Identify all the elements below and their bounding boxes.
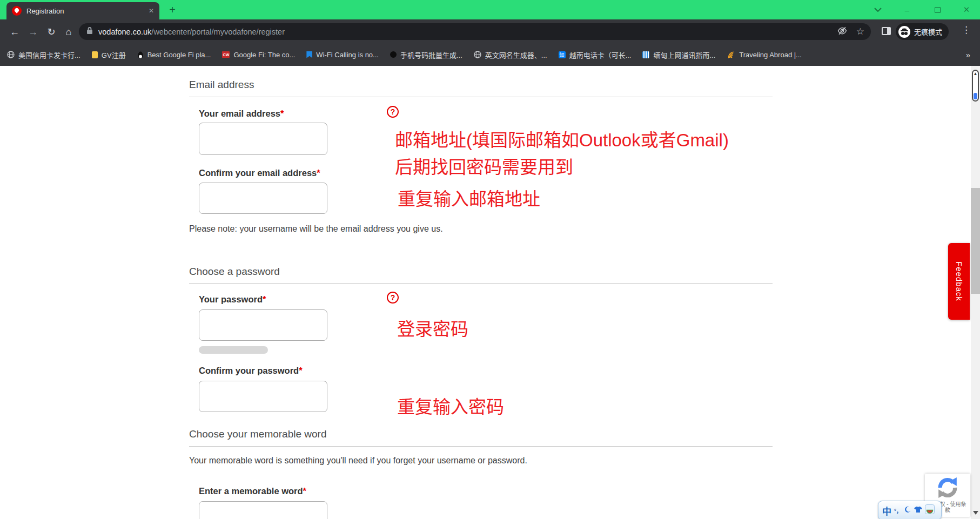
username-note: Please note: your username will be the e… — [189, 224, 443, 234]
tab-title: Registration — [26, 7, 144, 15]
section-divider — [189, 283, 773, 284]
reload-button[interactable]: ↻ — [44, 25, 58, 39]
vodafone-favicon-icon — [12, 6, 22, 16]
bookmark-item[interactable]: 缅甸上网通讯指南... — [642, 50, 715, 60]
bookmark-item[interactable]: Traveling Abroad |... — [727, 51, 802, 59]
confirm-email-input[interactable] — [199, 183, 327, 214]
up-arrow-icon: ▲ — [974, 72, 978, 76]
annotation-confirm-email: 重复输入邮箱地址 — [398, 185, 540, 211]
eye-slash-icon[interactable] — [837, 26, 848, 38]
incognito-label: 无痕模式 — [914, 26, 942, 37]
new-tab-button[interactable]: + — [166, 4, 178, 16]
annotation-confirm-password: 重复输入密码 — [397, 393, 504, 419]
annotation-email-recovery: 后期找回密码需要用到 — [395, 153, 573, 179]
ime-mode-chinese[interactable]: 中 — [882, 504, 891, 517]
recaptcha-logo-icon — [936, 476, 959, 499]
ime-punctuation-icon[interactable]: °， — [894, 507, 902, 515]
memorable-word-label: Enter a memorable word* — [199, 486, 306, 496]
bookmarks-bar: 美国信用卡发卡行... GV注册 Best Google Fi pla... C… — [0, 43, 980, 66]
blue-bookmark-icon — [306, 51, 312, 58]
window-close-button[interactable]: ✕ — [957, 2, 976, 18]
bookmarks-overflow-icon[interactable]: » — [966, 50, 970, 59]
window-maximize-button[interactable] — [928, 2, 947, 18]
password-label: Your password* — [199, 294, 266, 305]
bookmark-item[interactable]: 英文网名生成器、... — [474, 50, 547, 60]
url-path: /webcenter/portal/myvodafone/register — [151, 28, 285, 36]
forward-button[interactable]: → — [26, 25, 40, 39]
scrollbar-down-arrow-icon[interactable] — [973, 511, 978, 515]
required-asterisk: * — [299, 366, 302, 375]
email-label: Your email address* — [199, 109, 284, 119]
annotation-email: 邮箱地址(填国际邮箱如Outlook或者Gmail) — [395, 126, 729, 152]
incognito-badge[interactable]: 无痕模式 — [896, 23, 949, 40]
required-asterisk: * — [263, 294, 266, 304]
help-icon[interactable]: ? — [387, 106, 399, 118]
globe-icon — [474, 51, 481, 58]
url-text: vodafone.co.uk/webcenter/portal/myvodafo… — [98, 28, 285, 36]
bookmark-item[interactable]: 知 越南电话卡（可长... — [559, 50, 632, 60]
window-chevron-down-icon[interactable] — [869, 2, 887, 18]
annotation-password: 登录密码 — [397, 315, 468, 341]
bookmark-item[interactable]: Wi-Fi Calling is no... — [306, 51, 379, 59]
menu-kebab-icon[interactable]: ⋮ — [962, 24, 971, 36]
window-minimize-button[interactable]: – — [898, 2, 916, 18]
memorable-word-input[interactable] — [199, 501, 327, 519]
ime-night-mode-icon[interactable] — [904, 505, 911, 515]
confirm-password-input[interactable] — [199, 381, 327, 412]
required-asterisk: * — [303, 486, 306, 496]
bookmark-item[interactable]: 美国信用卡发卡行... — [7, 50, 80, 60]
sogou-watermelon-icon[interactable] — [925, 504, 935, 516]
required-asterisk: * — [280, 109, 284, 118]
bookmark-item[interactable]: Best Google Fi pla... — [137, 51, 211, 59]
penguin-icon — [137, 51, 144, 58]
scroll-to-top-widget[interactable]: ▲ — [972, 70, 979, 102]
memorable-description: Your memorable word is something you'll … — [189, 456, 527, 466]
bookmark-star-icon[interactable]: ☆ — [856, 26, 864, 37]
password-input[interactable] — [199, 309, 327, 341]
password-section-heading: Choose a password — [189, 266, 280, 278]
ime-toolbar[interactable]: 中 °， — [878, 501, 942, 519]
email-section-heading: Email address — [189, 79, 254, 91]
lock-icon — [86, 26, 93, 37]
address-bar[interactable]: vodafone.co.uk/webcenter/portal/myvodafo… — [79, 23, 871, 40]
globe-icon — [7, 51, 15, 58]
striped-site-icon — [642, 51, 649, 58]
black-circle-icon — [390, 51, 397, 58]
memorable-section-heading: Choose your memorable word — [189, 428, 327, 440]
confirm-email-label: Confirm your email address* — [199, 168, 320, 178]
zhihu-icon: 知 — [559, 51, 566, 58]
email-input[interactable] — [199, 123, 327, 155]
wifi-signal-icon — [726, 50, 737, 59]
cw-icon: CW — [222, 51, 230, 58]
confirm-password-label: Confirm your password* — [199, 366, 303, 376]
side-panel-icon[interactable] — [882, 27, 891, 35]
section-divider — [189, 446, 773, 447]
home-button[interactable]: ⌂ — [62, 25, 76, 39]
ime-skin-icon[interactable] — [914, 505, 922, 515]
help-icon[interactable]: ? — [387, 292, 399, 304]
required-asterisk: * — [317, 168, 320, 178]
password-strength-bar — [199, 346, 268, 354]
browser-tab-registration[interactable]: Registration ✕ — [6, 2, 159, 19]
window-titlebar: Registration ✕ + – ✕ — [0, 0, 980, 19]
url-domain: vodafone.co.uk — [98, 28, 151, 36]
back-button[interactable]: ← — [8, 25, 22, 39]
bookmark-item[interactable]: GV注册 — [92, 50, 126, 60]
incognito-spy-icon — [898, 26, 910, 38]
bookmark-item[interactable]: CW Google Fi: The co... — [222, 51, 295, 59]
bookmark-item[interactable]: 手机号码批量生成... — [390, 50, 462, 60]
note-icon — [92, 51, 98, 58]
feedback-button[interactable]: Feedback — [948, 243, 970, 320]
scroll-progress-indicator — [974, 93, 977, 99]
scrollbar-thumb[interactable] — [971, 188, 980, 294]
section-divider — [189, 97, 773, 97]
tab-close-icon[interactable]: ✕ — [149, 7, 154, 15]
